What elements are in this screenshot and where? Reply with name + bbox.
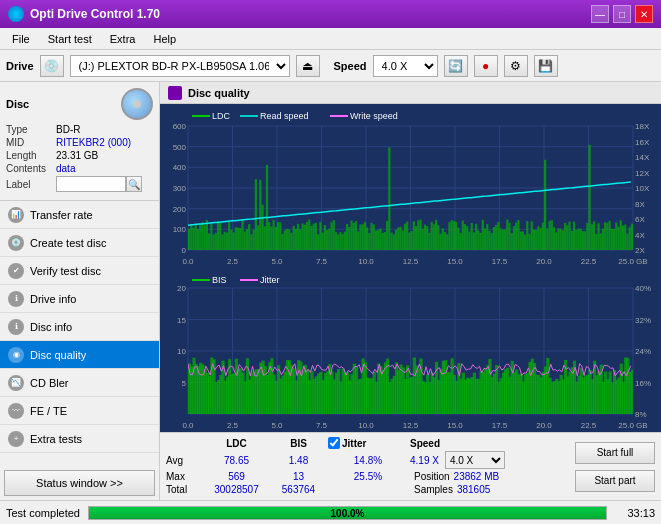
sidebar-item-extra-tests[interactable]: + Extra tests [0, 425, 159, 453]
total-label: Total [166, 484, 202, 495]
position-val: 23862 MB [454, 471, 500, 482]
menu-bar: File Start test Extra Help [0, 28, 661, 50]
menu-help[interactable]: Help [145, 31, 184, 47]
start-part-button[interactable]: Start part [575, 470, 655, 492]
stats-area: LDC BIS Jitter Speed Avg 78.65 1.48 14.8… [160, 433, 569, 500]
extra-tests-label: Extra tests [30, 433, 82, 445]
cd-bler-icon: 📉 [8, 375, 24, 391]
samples-section: Samples 381605 [414, 484, 490, 495]
sidebar-item-fe-te[interactable]: 〰 FE / TE [0, 397, 159, 425]
sidebar-item-transfer-rate[interactable]: 📊 Transfer rate [0, 201, 159, 229]
label-row: Label 🔍 [6, 176, 153, 192]
status-window-button[interactable]: Status window >> [4, 470, 155, 496]
disc-graphic [121, 88, 153, 120]
progress-text: 100.0% [331, 507, 365, 518]
total-row: Total 30028507 563764 Samples 381605 [166, 484, 563, 495]
speed-dropdown[interactable]: 4.0 X [445, 451, 505, 469]
drive-info-label: Drive info [30, 293, 76, 305]
eject-button[interactable]: ⏏ [296, 55, 320, 77]
title-controls: — □ ✕ [591, 5, 653, 23]
create-test-disc-icon: 💿 [8, 235, 24, 251]
bottom-chart [160, 268, 661, 432]
ldc-total: 30028507 [204, 484, 269, 495]
minimize-button[interactable]: — [591, 5, 609, 23]
drive-icon: 💿 [40, 55, 64, 77]
charts-area [160, 104, 661, 432]
menu-start-test[interactable]: Start test [40, 31, 100, 47]
speed-label: Speed [334, 60, 367, 72]
transfer-rate-label: Transfer rate [30, 209, 93, 221]
fe-te-label: FE / TE [30, 405, 67, 417]
close-button[interactable]: ✕ [635, 5, 653, 23]
maximize-button[interactable]: □ [613, 5, 631, 23]
label-btn[interactable]: 🔍 [126, 176, 142, 192]
app-icon [8, 6, 24, 22]
burn-button[interactable]: ● [474, 55, 498, 77]
ldc-max: 569 [204, 471, 269, 482]
max-row: Max 569 13 25.5% Position 23862 MB [166, 471, 563, 482]
sidebar-item-disc-quality[interactable]: ◉ Disc quality [0, 341, 159, 369]
length-row: Length 23.31 GB [6, 150, 153, 161]
drive-info-icon: ℹ [8, 291, 24, 307]
stats-bar: LDC BIS Jitter Speed Avg 78.65 1.48 14.8… [160, 432, 661, 500]
extra-tests-icon: + [8, 431, 24, 447]
drive-select[interactable]: (J:) PLEXTOR BD-R PX-LB950SA 1.06 [70, 55, 290, 77]
speed-select[interactable]: 4.0 X [373, 55, 438, 77]
verify-test-disc-icon: ✔ [8, 263, 24, 279]
ldc-col-header: LDC [204, 438, 269, 449]
max-label: Max [166, 471, 202, 482]
chart-header-icon [168, 86, 182, 100]
disc-info-icon: ℹ [8, 319, 24, 335]
speed-col-header: Speed [410, 438, 440, 449]
sidebar-item-verify-test-disc[interactable]: ✔ Verify test disc [0, 257, 159, 285]
samples-row: Samples 381605 [414, 484, 490, 495]
sidebar-item-disc-info[interactable]: ℹ Disc info [0, 313, 159, 341]
bis-max: 13 [271, 471, 326, 482]
speed-avg: 4.19 X [410, 455, 439, 466]
nav-items: 📊 Transfer rate 💿 Create test disc ✔ Ver… [0, 201, 159, 466]
label-input[interactable] [56, 176, 126, 192]
top-chart [160, 104, 661, 268]
type-row: Type BD-R [6, 124, 153, 135]
mid-row: MID RITEKBR2 (000) [6, 137, 153, 148]
disc-quality-label: Disc quality [30, 349, 86, 361]
jitter-max: 25.5% [328, 471, 408, 482]
create-test-disc-label: Create test disc [30, 237, 106, 249]
sidebar-item-cd-bler[interactable]: 📉 CD Bler [0, 369, 159, 397]
save-button[interactable]: 💾 [534, 55, 558, 77]
jitter-checkbox[interactable] [328, 437, 340, 449]
type-value: BD-R [56, 124, 80, 135]
length-value: 23.31 GB [56, 150, 98, 161]
jitter-label: Jitter [342, 438, 366, 449]
fe-te-icon: 〰 [8, 403, 24, 419]
disc-section-title: Disc [6, 98, 29, 110]
title-bar: Opti Drive Control 1.70 — □ ✕ [0, 0, 661, 28]
label-key: Label [6, 179, 56, 190]
refresh-button[interactable]: 🔄 [444, 55, 468, 77]
contents-key: Contents [6, 163, 56, 174]
status-text: Test completed [6, 507, 80, 519]
start-buttons: Start full Start part [569, 433, 661, 500]
time-text: 33:13 [615, 507, 655, 519]
menu-file[interactable]: File [4, 31, 38, 47]
settings-button[interactable]: ⚙ [504, 55, 528, 77]
stats-headers-row: LDC BIS Jitter Speed [166, 437, 563, 449]
avg-label: Avg [166, 455, 202, 466]
title-bar-left: Opti Drive Control 1.70 [8, 6, 160, 22]
contents-value: data [56, 163, 75, 174]
contents-row: Contents data [6, 163, 153, 174]
menu-extra[interactable]: Extra [102, 31, 144, 47]
sidebar-item-drive-info[interactable]: ℹ Drive info [0, 285, 159, 313]
avg-row: Avg 78.65 1.48 14.8% 4.19 X 4.0 X [166, 451, 563, 469]
sidebar-item-create-test-disc[interactable]: 💿 Create test disc [0, 229, 159, 257]
bis-avg: 1.48 [271, 455, 326, 466]
main-content: Disc Type BD-R MID RITEKBR2 (000) Length… [0, 82, 661, 500]
start-full-button[interactable]: Start full [575, 442, 655, 464]
position-section: Position 23862 MB [414, 471, 499, 482]
ldc-avg: 78.65 [204, 455, 269, 466]
type-key: Type [6, 124, 56, 135]
jitter-avg: 14.8% [328, 455, 408, 466]
transfer-rate-icon: 📊 [8, 207, 24, 223]
disc-quality-icon: ◉ [8, 347, 24, 363]
bis-total: 563764 [271, 484, 326, 495]
